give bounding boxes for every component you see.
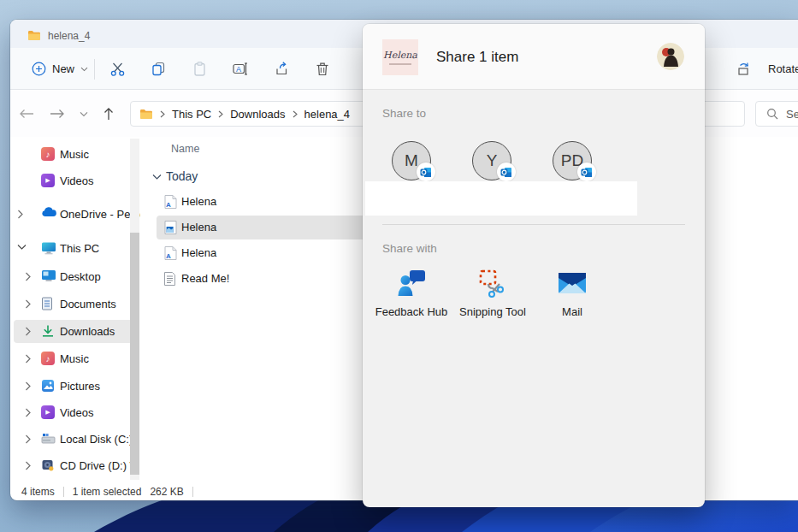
share-dialog-body: Share to M Y PD Share wi <box>363 91 705 507</box>
chevron-right-icon[interactable] <box>25 299 31 309</box>
chevron-right-icon[interactable] <box>25 272 31 281</box>
disk-icon <box>41 432 56 446</box>
chevron-right-icon[interactable] <box>25 381 31 391</box>
desktop-icon <box>41 269 56 284</box>
app-snipping-tool[interactable]: Snipping Tool <box>450 267 535 318</box>
breadcrumb-chevron <box>218 110 223 118</box>
sidebar-scrollbar[interactable] <box>130 139 139 480</box>
toolbar-separator <box>94 59 95 80</box>
sidebar-item-pictures[interactable]: Pictures <box>10 376 140 397</box>
sidebar-item-videos-pinned[interactable]: ▶ Videos <box>10 171 140 192</box>
forward-button[interactable] <box>48 105 67 122</box>
arrow-up-icon <box>103 107 114 121</box>
chevron-down-icon[interactable] <box>17 244 27 250</box>
app-feedback-hub[interactable]: Feedback Hub <box>369 267 454 318</box>
onedrive-cloud-icon <box>41 207 56 222</box>
sidebar-item-documents[interactable]: Documents <box>10 294 140 315</box>
copy-icon <box>151 61 167 77</box>
app-label: Feedback Hub <box>375 305 448 318</box>
folder-icon <box>139 109 153 120</box>
file-row-helena-2-selected[interactable]: Helena <box>140 216 397 239</box>
svg-text:A: A <box>236 65 241 74</box>
file-row-helena-3[interactable]: A Helena <box>140 241 397 265</box>
thumbnail-subtext-line <box>389 63 411 65</box>
file-row-read-me[interactable]: Read Me! <box>140 267 397 291</box>
breadcrumb-chevron <box>160 110 165 118</box>
downloads-arrow-icon <box>41 324 56 339</box>
search-input[interactable]: Se <box>755 101 798 127</box>
sidebar-item-downloads[interactable]: Downloads <box>10 322 140 342</box>
share-dialog: Helena Share 1 item Share to M Y <box>363 24 705 507</box>
rename-button[interactable]: A <box>225 56 256 82</box>
sidebar-item-music-pinned[interactable]: ♪ Music <box>10 145 140 165</box>
svg-text:A: A <box>166 201 171 209</box>
thumbnail-script-text: Helena <box>383 50 417 61</box>
delete-button[interactable] <box>307 56 338 82</box>
videos-tile-icon: ▶ <box>41 405 56 420</box>
desktop: helena_4 New <box>0 0 798 532</box>
rotate-right-button-label[interactable]: Rotate <box>768 62 798 75</box>
share-button[interactable] <box>266 56 297 82</box>
paste-button[interactable] <box>184 56 215 82</box>
breadcrumb-downloads[interactable]: Downloads <box>230 108 285 121</box>
image-file-icon <box>163 220 178 235</box>
status-divider <box>192 487 193 497</box>
selection-status: 1 item selected <box>73 486 142 498</box>
sidebar-item-this-pc[interactable]: This PC <box>10 239 140 259</box>
app-mail[interactable]: Mail <box>529 267 615 318</box>
chevron-right-icon[interactable] <box>25 408 31 417</box>
sidebar-item-onedrive[interactable]: OneDrive - Perso <box>10 204 140 225</box>
monitor-icon <box>41 241 56 256</box>
outlook-icon <box>417 163 435 181</box>
tab-title: helena_4 <box>48 30 90 42</box>
chevron-down-icon[interactable] <box>152 174 162 180</box>
contact-pd[interactable]: PD <box>553 141 592 180</box>
recent-locations-button[interactable] <box>77 105 91 122</box>
mail-icon <box>556 267 588 299</box>
chevron-right-icon[interactable] <box>25 327 31 336</box>
chevron-right-icon[interactable] <box>25 461 31 470</box>
sidebar-item-cd-drive-d[interactable]: CD Drive (D:) Vi <box>10 456 140 476</box>
videos-tile-icon: ▶ <box>41 174 56 188</box>
new-button[interactable]: New <box>22 56 98 82</box>
feedback-hub-icon <box>395 267 428 299</box>
shared-item-thumbnail: Helena <box>382 39 418 75</box>
chevron-right-icon[interactable] <box>25 354 31 364</box>
doc-a-file-icon: A <box>163 245 178 261</box>
contact-y[interactable]: Y <box>472 141 511 180</box>
chevron-down-icon <box>80 111 88 117</box>
breadcrumb-this-pc[interactable]: This PC <box>172 108 211 121</box>
file-row-helena-1[interactable]: A Helena <box>140 190 397 214</box>
cut-icon <box>109 61 126 77</box>
app-label: Mail <box>562 305 582 318</box>
scrollbar-thumb[interactable] <box>130 233 139 475</box>
rotate-right-button[interactable] <box>731 56 757 82</box>
snipping-tool-icon <box>476 267 509 299</box>
chevron-right-icon[interactable] <box>17 210 23 219</box>
doc-a-file-icon: A <box>163 194 178 210</box>
back-button[interactable] <box>17 105 36 122</box>
contact-m[interactable]: M <box>392 141 431 180</box>
breadcrumb-helena4[interactable]: helena_4 <box>304 108 351 121</box>
sidebar-item-local-disk-c[interactable]: Local Disk (C:) <box>10 429 140 450</box>
tab-helena4[interactable]: helena_4 <box>17 23 100 48</box>
rotate-icon <box>736 61 753 77</box>
share-dialog-title: Share 1 item <box>436 49 518 66</box>
redacted-contact-names-area <box>365 181 637 216</box>
documents-icon <box>41 297 56 311</box>
sidebar-item-desktop[interactable]: Desktop <box>10 267 140 287</box>
column-header-name[interactable]: Name <box>171 143 199 155</box>
sidebar-item-videos[interactable]: ▶ Videos <box>10 403 140 423</box>
music-tile-icon: ♪ <box>41 147 56 162</box>
text-file-icon <box>163 271 178 287</box>
share-with-label: Share with <box>382 242 437 255</box>
chevron-right-icon[interactable] <box>25 434 31 444</box>
copy-button[interactable] <box>143 56 174 82</box>
svg-text:A: A <box>166 252 171 260</box>
user-avatar[interactable] <box>657 43 684 70</box>
search-icon <box>766 108 778 120</box>
chevron-down-icon <box>80 67 88 72</box>
cut-button[interactable] <box>102 56 133 82</box>
up-button[interactable] <box>99 105 118 122</box>
sidebar-item-music[interactable]: ♪ Music <box>10 349 140 369</box>
